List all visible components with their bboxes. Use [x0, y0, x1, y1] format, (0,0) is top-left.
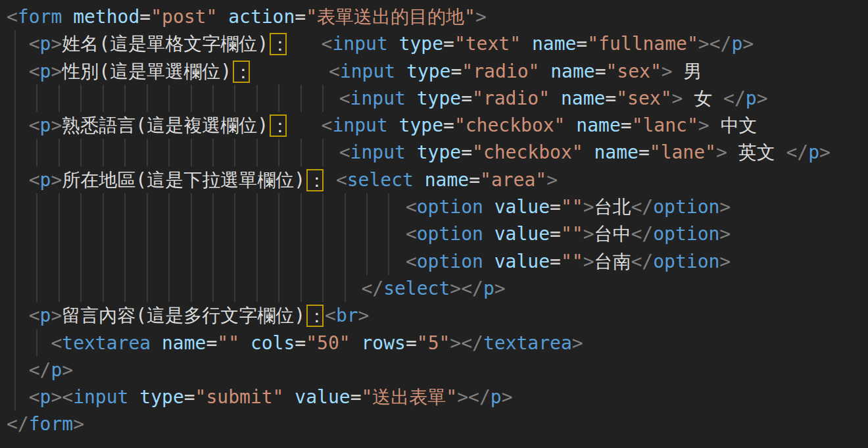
- syntax-token-equals: =: [550, 223, 561, 245]
- code-line: <input type="radio" name="sex"> 女 </p>: [7, 85, 868, 112]
- syntax-token-string: "送出表單": [361, 386, 457, 408]
- syntax-token-text: [539, 61, 550, 82]
- code-line: </p>: [7, 357, 868, 384]
- syntax-token-attribute: cols: [251, 332, 295, 354]
- syntax-token-punctuation: <: [406, 223, 417, 245]
- syntax-token-punctuation: </: [461, 278, 483, 299]
- syntax-token-string: "lanc": [632, 114, 698, 136]
- syntax-token-tag: br: [336, 305, 358, 326]
- syntax-token-text: 姓名(這是單格文字欄位): [62, 33, 268, 55]
- syntax-token-punctuation: <: [29, 61, 40, 82]
- syntax-token-text: 男: [673, 61, 702, 82]
- syntax-token-text: [217, 6, 228, 28]
- syntax-token-punctuation: >: [742, 33, 754, 55]
- indent-whitespace: [7, 33, 29, 55]
- syntax-token-text: [325, 169, 336, 191]
- syntax-token-string: "checkbox": [472, 141, 583, 163]
- indent-whitespace: [7, 332, 51, 354]
- syntax-token-tag: p: [40, 33, 51, 55]
- syntax-token-text: 留言內容(這是多行文字欄位): [62, 305, 305, 326]
- syntax-token-attribute: type: [406, 61, 450, 82]
- syntax-token-text: [583, 141, 594, 163]
- syntax-token-equals: =: [450, 61, 462, 82]
- syntax-token-attribute: value: [494, 251, 550, 272]
- indent-whitespace: [7, 223, 406, 245]
- indent-whitespace: [7, 305, 29, 326]
- syntax-token-punctuation: >: [450, 332, 461, 354]
- syntax-token-tag: input: [73, 386, 128, 408]
- syntax-token-text: 台南: [594, 251, 631, 272]
- syntax-token-punctuation: </: [631, 251, 653, 272]
- syntax-token-tag: option: [417, 223, 483, 245]
- syntax-token-punctuation: >: [502, 386, 513, 408]
- syntax-token-text: [388, 33, 399, 55]
- syntax-token-punctuation: >: [583, 223, 594, 245]
- syntax-token-punctuation: <: [329, 61, 340, 82]
- syntax-token-text: [288, 33, 322, 55]
- syntax-token-equals: =: [350, 386, 362, 408]
- syntax-token-attribute: name: [594, 141, 638, 163]
- syntax-token-punctuation: >: [51, 33, 62, 55]
- syntax-token-punctuation: <: [406, 251, 417, 272]
- syntax-token-string: "5": [417, 332, 450, 354]
- unicode-highlight-colon: ：: [270, 33, 287, 55]
- syntax-token-text: 所在地區(這是下拉選單欄位): [62, 169, 305, 191]
- syntax-token-punctuation: >: [583, 196, 594, 218]
- syntax-token-string: "radio": [462, 61, 539, 82]
- syntax-token-tag: option: [653, 251, 719, 272]
- syntax-token-tag: option: [653, 196, 719, 218]
- syntax-token-equals: =: [550, 251, 561, 272]
- syntax-token-attribute: name: [550, 61, 594, 82]
- syntax-token-equals: =: [469, 169, 480, 191]
- syntax-token-punctuation: <: [7, 6, 18, 28]
- syntax-token-punctuation: <: [29, 169, 40, 191]
- code-line: </form>: [7, 411, 868, 437]
- syntax-token-string: "表單送出的目的地": [306, 6, 475, 28]
- syntax-token-equals: =: [605, 87, 616, 109]
- indent-whitespace: [7, 141, 339, 163]
- syntax-token-attribute: type: [399, 33, 443, 55]
- syntax-token-punctuation: >: [662, 61, 673, 82]
- syntax-token-tag: input: [350, 141, 406, 163]
- syntax-token-punctuation: >: [73, 413, 84, 435]
- syntax-token-tag: option: [417, 196, 483, 218]
- syntax-token-punctuation: <: [336, 169, 347, 191]
- syntax-token-attribute: value: [295, 386, 350, 408]
- indent-whitespace: [7, 278, 361, 299]
- code-line: <p>姓名(這是單格文字欄位)： <input type="text" name…: [7, 30, 868, 57]
- syntax-token-tag: input: [350, 87, 406, 109]
- syntax-token-tag: p: [40, 114, 51, 136]
- syntax-token-equals: =: [461, 141, 472, 163]
- syntax-token-text: 性別(這是單選欄位): [62, 61, 231, 82]
- code-editor[interactable]: <form method="post" action="表單送出的目的地"> <…: [0, 0, 868, 448]
- syntax-token-equals: =: [139, 6, 151, 28]
- syntax-token-tag: p: [731, 33, 742, 55]
- syntax-token-string: "post": [151, 6, 217, 28]
- code-line: <form method="post" action="表單送出的目的地">: [7, 3, 868, 30]
- syntax-token-equals: =: [184, 386, 195, 408]
- syntax-token-attribute: name: [162, 332, 206, 354]
- syntax-token-tag: input: [340, 61, 395, 82]
- syntax-token-punctuation: >: [819, 141, 831, 163]
- syntax-token-punctuation: >: [62, 359, 73, 381]
- syntax-token-equals: =: [550, 196, 561, 218]
- syntax-token-string: "sex": [616, 87, 671, 109]
- syntax-token-equals: =: [443, 33, 454, 55]
- syntax-token-string: "": [561, 196, 583, 218]
- syntax-token-punctuation: >: [672, 87, 683, 109]
- syntax-token-tag: p: [40, 305, 51, 326]
- syntax-token-tag: textarea: [483, 332, 572, 354]
- syntax-token-string: "area": [480, 169, 546, 191]
- syntax-token-punctuation: >: [494, 278, 506, 299]
- syntax-token-punctuation: <: [51, 332, 62, 354]
- syntax-token-attribute: type: [417, 87, 461, 109]
- syntax-token-tag: p: [40, 169, 51, 191]
- syntax-token-equals: =: [206, 332, 217, 354]
- syntax-token-text: [550, 87, 561, 109]
- syntax-token-text: [406, 87, 417, 109]
- syntax-token-tag: form: [29, 413, 73, 435]
- code-line: <option value="">台南</option>: [7, 248, 868, 275]
- syntax-token-punctuation: </: [461, 332, 483, 354]
- syntax-token-text: [406, 141, 417, 163]
- syntax-token-string: "sex": [606, 61, 662, 82]
